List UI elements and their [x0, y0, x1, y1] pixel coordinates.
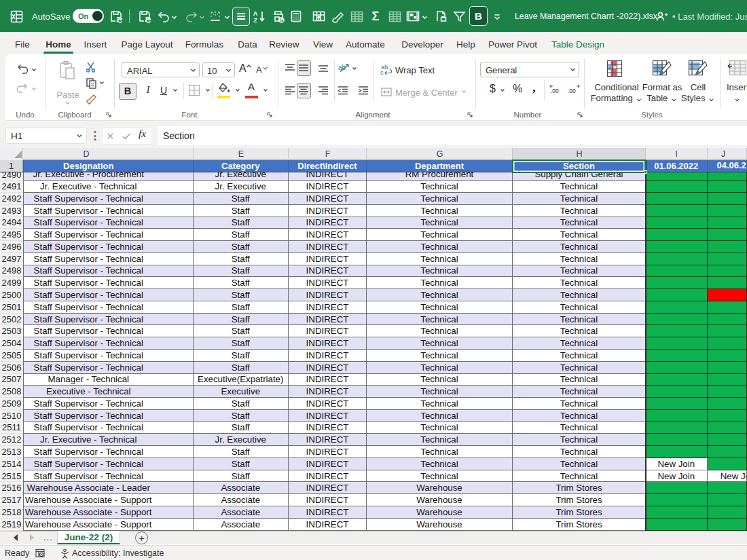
svg-text:.00: .00	[551, 88, 559, 94]
svg-text:c: c	[380, 69, 384, 75]
svg-text:A: A	[253, 10, 258, 17]
svg-text:.00: .00	[568, 88, 576, 94]
svg-text:Z: Z	[253, 17, 257, 24]
